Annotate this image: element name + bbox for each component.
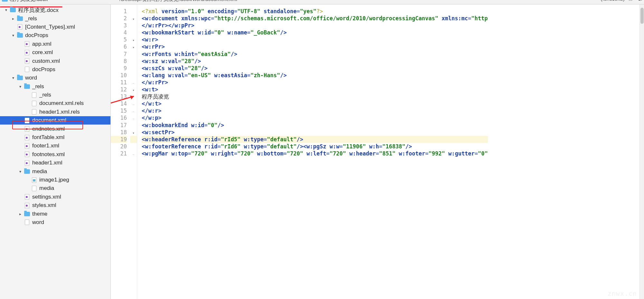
window-controls: ◀ ▶ ▣ ◧ [611,0,642,1]
code-line[interactable]: <w:bookmarkStart w:id="0" w:name="_GoBac… [142,29,488,36]
tree-file[interactable]: ▸docProps [0,65,110,74]
vertical-scrollbar[interactable] [639,5,644,299]
code-line[interactable]: 程序员凌览 [142,93,488,100]
line-number: 15 [111,107,127,114]
fold-marker[interactable] [130,86,137,93]
tree-folder[interactable]: ▸theme [0,210,110,218]
file-icon [31,109,37,115]
tree-file[interactable]: ▸fontTable.xml [0,133,110,142]
xml-file-icon [24,202,30,209]
file-icon [24,66,30,73]
tree-item-label: footer1.xml [32,143,59,149]
line-number: 8 [111,58,127,65]
xml-file-icon [17,24,23,30]
sidebar-tab[interactable]: 程序员凌览.docx [2,0,48,3]
chevron-down-icon[interactable]: ▾ [18,169,23,174]
tree-file[interactable]: ▸document.xml.rels [0,99,110,107]
window-split-icon[interactable]: ▣ [629,0,632,1]
code-line[interactable]: <?xml version="1.0" encoding="UTF-8" sta… [142,8,488,15]
tree-file[interactable]: ▸header1.xml [0,159,110,167]
code-line[interactable]: <w:rFonts w:hint="eastAsia"/> [142,51,488,58]
scrollbar-thumb[interactable] [640,8,644,24]
chevron-down-icon[interactable]: ▾ [11,76,15,80]
chevron-right-icon[interactable]: ▸ [18,212,23,216]
xml-file-icon [24,117,30,124]
tree-item-label: theme [32,211,47,217]
editor-tab[interactable]: ~/Desktop/项目/程序员凌览.docx/word/document.xm… [117,0,237,3]
code-line[interactable]: <w:lang w:val="en-US" w:eastAsia="zh-Han… [142,72,488,79]
tree-item-label: endnotes.xml [32,126,65,132]
fold-marker[interactable] [130,15,137,22]
code-line[interactable]: <w:r> [142,36,488,43]
file-icon [31,185,37,192]
code-line[interactable]: <w:bookmarkEnd w:id="0"/> [142,122,488,129]
code-line[interactable]: <w:headerReference r:id="rId5" w:type="d… [142,136,488,143]
tree-folder[interactable]: ▾word [0,74,110,82]
tree-file[interactable]: ▸settings.xml [0,193,110,201]
window-expand-icon[interactable]: ◧ [638,0,642,1]
xml-file-icon [24,126,30,132]
arrow-right-icon[interactable]: ▶ [620,0,623,1]
tree-file[interactable]: ▸core.xml [0,48,110,57]
annotation-underline [0,6,62,7]
tree-item-label: 程序员凌览.docx [18,6,59,14]
arrow-left-icon[interactable]: ◀ [611,0,614,1]
tree-file[interactable]: ▸app.xml [0,40,110,48]
folder-icon [10,7,16,13]
tree-file[interactable]: ▸styles.xml [0,201,110,210]
line-number: 20 [111,143,127,150]
code-area[interactable]: <?xml version="1.0" encoding="UTF-8" sta… [137,5,488,299]
fold-gutter[interactable] [130,5,137,299]
tree-item-label: docProps [25,32,48,39]
tree-file[interactable]: ▸word [0,218,110,227]
tree-file[interactable]: ▸endnotes.xml [0,125,110,133]
code-line[interactable]: <w:rPr> [142,43,488,50]
folder-icon [24,211,30,217]
tree-file[interactable]: ▸footnotes.xml [0,150,110,159]
fold-marker[interactable] [130,129,137,136]
fold-marker [130,65,137,72]
fold-marker[interactable] [130,36,137,43]
tree-item-label: header1.xml [32,160,62,166]
code-line[interactable]: <w:sz w:val="28"/> [142,58,488,65]
code-line[interactable]: </w:p> [142,114,488,121]
folder-icon [17,15,23,22]
chevron-down-icon[interactable]: ▾ [11,33,15,38]
tree-file[interactable]: ▸header1.xml.rels [0,108,110,116]
chevron-down-icon[interactable]: ▾ [4,8,8,12]
tree-folder[interactable]: ▾media [0,167,110,175]
chevron-down-icon[interactable]: ▾ [18,84,23,89]
code-line[interactable]: <w:footerReference r:id="rId6" w:type="d… [142,143,488,150]
tree-file[interactable]: ▸image1.jpeg [0,176,110,184]
code-line[interactable]: <w:sectPr> [142,129,488,136]
tree-file[interactable]: ▸_rels [0,91,110,99]
tree-file[interactable]: ▸[Content_Types].xml [0,23,110,31]
fold-marker[interactable] [130,43,137,50]
tree-file[interactable]: ▸document.xml [0,116,110,125]
file-tree-sidebar[interactable]: ▾程序员凌览.docx▸_rels▸[Content_Types].xml▾do… [0,5,111,299]
code-line[interactable]: </w:r> [142,107,488,114]
fold-marker [130,79,137,86]
editor-tab-path: ~/Desktop/项目/程序员凌览.docx/word/document.xm… [117,0,237,3]
code-line[interactable]: </w:rPr></w:pPr> [142,22,488,29]
tree-item-label: media [39,185,54,192]
tree-folder[interactable]: ▾_rels [0,82,110,91]
code-editor[interactable]: 123456789101112131415161718192021 <?xml … [111,5,644,299]
tree-file[interactable]: ▸custom.xml [0,57,110,65]
tree-file[interactable]: ▸footer1.xml [0,142,110,150]
code-line[interactable]: <w:szCs w:val="28"/> [142,65,488,72]
tree-folder[interactable]: ▾docProps [0,31,110,40]
tree-item-label: app.xml [32,41,52,47]
code-line[interactable]: </w:t> [142,100,488,107]
fold-marker [130,107,137,114]
tree-file[interactable]: ▸media [0,184,110,192]
xml-file-icon [24,58,30,64]
code-line[interactable]: </w:rPr> [142,79,488,86]
line-number: 3 [111,22,127,29]
line-number: 9 [111,65,127,72]
code-line[interactable]: <w:t> [142,86,488,93]
chevron-right-icon[interactable]: ▸ [11,16,15,21]
code-line[interactable]: <w:pgMar w:top="720" w:right="720" w:bot… [142,150,488,157]
code-line[interactable]: <w:document xmlns:wpc="http://schemas.mi… [142,15,488,22]
tree-folder[interactable]: ▸_rels [0,14,110,23]
